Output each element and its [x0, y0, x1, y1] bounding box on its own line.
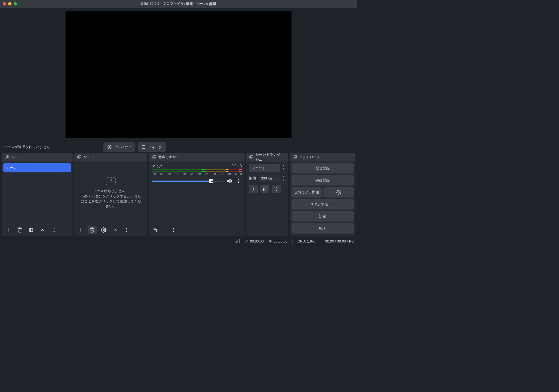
divider: [292, 239, 293, 244]
svg-point-24: [238, 182, 239, 183]
transition-more-button[interactable]: [272, 185, 281, 193]
chevron-up-icon[interactable]: ▴: [282, 164, 286, 167]
svg-rect-1: [142, 146, 145, 149]
titlebar: OBS 30.0.2 - プロファイル: 無題 - シーン: 無題: [0, 0, 357, 8]
svg-rect-13: [78, 155, 81, 158]
svg-point-42: [269, 240, 272, 243]
svg-point-41: [246, 241, 247, 242]
channel-options-button[interactable]: [235, 178, 242, 184]
chevron-down-icon[interactable]: ▾: [282, 167, 286, 170]
statusbar: 00:00:00 00:00:00 CPU: 1.9% 30.00 / 30.0…: [0, 237, 357, 245]
transition-select[interactable]: フェード: [249, 164, 280, 172]
remove-transition-button[interactable]: [260, 185, 269, 193]
svg-point-39: [338, 192, 339, 193]
svg-rect-3: [5, 156, 7, 158]
duration-input[interactable]: 300 ms: [259, 175, 280, 182]
svg-point-34: [276, 187, 277, 188]
fps-status: 30.00 / 30.00 FPS: [325, 239, 354, 243]
record-dot-icon: [269, 240, 272, 243]
svg-rect-31: [250, 155, 253, 158]
source-properties-label: プロパティ: [114, 145, 132, 149]
start-recording-button[interactable]: 録画開始: [292, 175, 354, 185]
maximize-window-button[interactable]: [14, 2, 17, 5]
minimize-window-button[interactable]: [8, 2, 11, 5]
source-filters-button[interactable]: フィルタ: [138, 142, 166, 152]
dock-icon: [4, 155, 9, 159]
scene-more-button[interactable]: [50, 226, 58, 234]
mixer-channel: マイク 0.0 dB -60 -55 -50 -45 -40 -35 -30 -…: [149, 161, 245, 187]
audio-mixer-panel: 音声ミキサー マイク 0.0 dB -60 -55 -50 -45 -40 -3…: [149, 153, 245, 236]
svg-rect-38: [294, 155, 296, 158]
controls-panel-header[interactable]: コントロール: [290, 153, 355, 161]
chevron-down-icon[interactable]: ▾: [282, 178, 286, 182]
sources-panel: ソース ? ソースがありません。 下の + ボタンをクリックするか、またはここを…: [74, 153, 147, 236]
volume-slider-thumb[interactable]: [209, 179, 213, 183]
virtualcam-config-button[interactable]: [323, 187, 354, 198]
audio-mixer-panel-header[interactable]: 音声ミキサー: [149, 153, 245, 161]
source-properties-button[interactable]: プロパティ: [103, 142, 135, 152]
settings-button[interactable]: 設定: [292, 211, 354, 222]
scenes-panel-footer: [2, 224, 73, 236]
audio-meter: [152, 171, 242, 172]
scenes-panel-header[interactable]: シーン: [2, 153, 73, 161]
source-selection-status: ソースが選択されていません: [4, 145, 50, 149]
empty-sources-line1: ソースがありません。: [93, 188, 129, 193]
question-placeholder-icon: ?: [106, 177, 116, 185]
add-transition-button[interactable]: [249, 185, 258, 193]
add-scene-button[interactable]: [4, 226, 13, 234]
empty-sources-line2: 下の + ボタンをクリックするか、またはここを右クリックして追加してください。: [79, 194, 142, 209]
sources-panel-footer: [74, 224, 147, 236]
scenes-panel-title: シーン: [11, 155, 22, 160]
record-time: 00:00:00: [273, 239, 287, 243]
scene-move-up-button[interactable]: [38, 226, 47, 234]
scene-list: シーン: [2, 161, 73, 174]
dock-icon: [249, 155, 253, 159]
sources-panel-header[interactable]: ソース: [74, 153, 147, 161]
close-window-button[interactable]: [3, 2, 6, 5]
duration-stepper[interactable]: ▴ ▾: [282, 175, 286, 182]
transitions-panel-header[interactable]: シーントランジシ...: [246, 153, 288, 161]
scene-filters-button[interactable]: [27, 226, 35, 234]
source-move-up-button[interactable]: [111, 226, 120, 234]
advanced-audio-button[interactable]: [151, 226, 160, 234]
audio-mixer-panel-title: 音声ミキサー: [158, 155, 180, 160]
svg-point-29: [173, 231, 174, 232]
filter-icon: [141, 145, 146, 149]
chevron-up-icon[interactable]: ▴: [282, 175, 286, 178]
svg-point-26: [156, 230, 157, 232]
svg-point-16: [103, 229, 105, 231]
source-properties-icon-button[interactable]: [99, 226, 108, 234]
cpu-usage: CPU: 1.9%: [298, 239, 315, 243]
duration-label: 期間: [249, 176, 257, 181]
scene-item[interactable]: シーン: [3, 163, 71, 172]
dock-icon: [152, 155, 156, 159]
controls-panel-title: コントロール: [299, 155, 320, 160]
svg-rect-37: [293, 156, 296, 158]
volume-slider[interactable]: [152, 181, 224, 182]
svg-point-9: [54, 228, 55, 229]
svg-rect-4: [6, 155, 8, 158]
mixer-channel-name: マイク: [152, 164, 162, 169]
preview-canvas[interactable]: [66, 11, 292, 138]
mixer-more-button[interactable]: [169, 226, 178, 234]
mute-button[interactable]: [226, 178, 233, 185]
transitions-panel: シーントランジシ... フェード ▴ ▾ 期間 300 ms ▴: [246, 153, 288, 236]
svg-point-23: [238, 181, 239, 182]
svg-point-22: [238, 179, 239, 180]
window-title: OBS 30.0.2 - プロファイル: 無題 - シーン: 無題: [0, 1, 357, 6]
svg-point-11: [54, 231, 55, 232]
stream-time: 00:00:00: [250, 239, 264, 243]
studio-mode-button[interactable]: スタジオモード: [292, 199, 354, 210]
start-streaming-button[interactable]: 配信開始: [292, 163, 354, 173]
svg-rect-30: [249, 156, 252, 158]
source-more-button[interactable]: [122, 226, 131, 234]
start-virtualcam-button[interactable]: 仮想カメラ開始: [292, 187, 322, 198]
exit-button[interactable]: 終了: [292, 223, 354, 234]
add-source-button[interactable]: [76, 226, 85, 234]
svg-point-25: [154, 229, 156, 230]
remove-source-button[interactable]: [88, 226, 97, 234]
sources-panel-title: ソース: [84, 155, 94, 160]
sources-empty-state[interactable]: ? ソースがありません。 下の + ボタンをクリックするか、またはここを右クリッ…: [74, 161, 147, 224]
remove-scene-button[interactable]: [15, 226, 24, 234]
transition-select-stepper[interactable]: ▴ ▾: [282, 164, 286, 172]
